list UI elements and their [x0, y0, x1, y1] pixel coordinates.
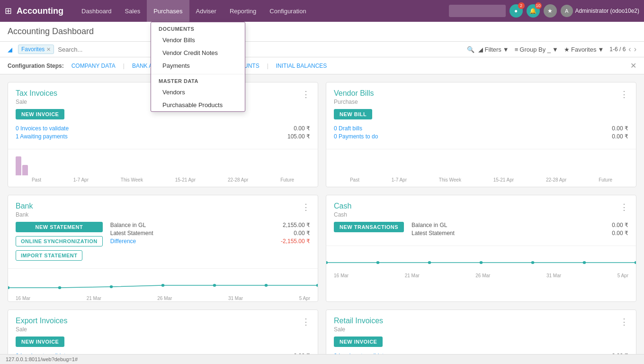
- dropdown-vendor-bills[interactable]: Vendor Bills: [151, 34, 245, 46]
- nav-clock-btn[interactable]: ● 2: [510, 4, 523, 18]
- card-bank-menu[interactable]: ⋮: [302, 202, 310, 212]
- filters-label: Filters: [484, 46, 501, 53]
- card-vendor-bills: Vendor Bills Purchase ⋮ NEW BILL 0 Draft…: [326, 82, 636, 187]
- pager-text: 1-6 / 6: [609, 46, 626, 53]
- pager-next[interactable]: ›: [634, 45, 636, 54]
- svg-point-0: [8, 286, 9, 289]
- nav-purchases[interactable]: Purchases: [147, 0, 189, 22]
- chart-tax-invoices-labels: Past 1-7 Apr This Week 15-21 Apr 22-28 A…: [8, 175, 318, 182]
- favorites-tag-close[interactable]: ✕: [46, 46, 51, 53]
- filters-icon: ◢: [478, 46, 483, 53]
- stat-invoices-to-validate-tax[interactable]: 0 Invoices to validate: [16, 125, 69, 132]
- groupby-chevron: ▼: [552, 46, 558, 53]
- dropdown-section-master: Master Data: [151, 74, 245, 86]
- stat-balance-gl-value: 2,155.00 ₹: [283, 222, 310, 228]
- stat-cash-balance-gl-value: 0.00 ₹: [612, 222, 628, 228]
- favorites-tag[interactable]: Favorites ✕: [18, 45, 54, 54]
- purchases-dropdown: Documents Vendor Bills Vendor Credit Not…: [151, 22, 245, 112]
- svg-point-13: [635, 261, 636, 264]
- steps-label: Configuration Steps:: [8, 63, 64, 69]
- new-bill-btn[interactable]: NEW BILL: [334, 109, 372, 119]
- dropdown-vendor-credit-notes[interactable]: Vendor Credit Notes: [151, 46, 245, 59]
- step-company-data[interactable]: COMPANY DATA: [72, 63, 116, 69]
- chart-bank: 16 Mar 21 Mar 26 Mar 31 Mar 5 Apr: [8, 268, 318, 301]
- chart-cash: 16 Mar 21 Mar 26 Mar 31 Mar 5 Apr: [326, 246, 636, 279]
- online-sync-btn[interactable]: ONLINE SYNCHRONIZATION: [16, 236, 103, 246]
- card-export-invoices-title: Export Invoices: [16, 317, 67, 325]
- stat-awaiting-payments-tax-value: 105.00 ₹: [287, 133, 310, 140]
- bell-badge: 10: [535, 2, 542, 9]
- stat-cash-latest-statement-value: 0.00 ₹: [612, 230, 628, 237]
- dropdown-purchasable-products[interactable]: Purchasable Products: [151, 99, 245, 111]
- svg-point-7: [326, 261, 328, 264]
- filter-controls: ◢ Filters ▼ ≡ Group By _ ▼ ★ Favorites ▼…: [478, 45, 636, 54]
- stat-latest-statement-label: Latest Statement: [110, 230, 153, 237]
- stat-draft-bills-value: 0.00 ₹: [612, 125, 628, 132]
- nav-sales[interactable]: Sales: [118, 0, 147, 22]
- nav-menu: Dashboard Sales Purchases Adviser Report…: [75, 0, 313, 22]
- groupby-label: Group By _: [519, 46, 551, 53]
- avatar: A: [561, 5, 573, 17]
- stat-difference-value: -2,155.00 ₹: [281, 238, 310, 245]
- card-tax-invoices-title: Tax Invoices: [16, 89, 57, 98]
- top-nav: ⊞ Accounting Dashboard Sales Purchases A…: [0, 0, 644, 22]
- nav-adviser[interactable]: Adviser: [189, 0, 223, 22]
- new-statement-btn[interactable]: NEW STATEMENT: [16, 222, 103, 232]
- pager-prev[interactable]: ‹: [628, 45, 631, 54]
- dropdown-payments[interactable]: Payments: [151, 59, 245, 72]
- global-search-input[interactable]: [449, 5, 506, 17]
- status-bar: 127.0.0.1:8011/web?debug=1#: [0, 354, 644, 364]
- new-transactions-btn[interactable]: NEW TRANSACTIONS: [334, 222, 404, 232]
- chart-vendor-bills-labels: Past 1-7 Apr This Week 15-21 Apr 22-28 A…: [326, 175, 636, 182]
- cash-chart-labels: 16 Mar 21 Mar 26 Mar 31 Mar 5 Apr: [326, 271, 636, 278]
- settings-icon: ★: [547, 8, 553, 14]
- card-cash-subtitle: Cash: [334, 211, 351, 218]
- favorites-tag-label: Favorites: [21, 46, 45, 53]
- step-initial-balances[interactable]: INITIAL BALANCES: [276, 63, 327, 69]
- nav-user[interactable]: A Administrator (odoo10e2): [561, 5, 639, 17]
- favorites-btn[interactable]: ★ Favorites ▼: [564, 46, 604, 53]
- card-tax-invoices-menu[interactable]: ⋮: [302, 89, 310, 100]
- nav-dashboard[interactable]: Dashboard: [75, 0, 118, 22]
- stat-cash-balance-gl-label: Balance in GL: [411, 222, 447, 228]
- card-vendor-bills-menu[interactable]: ⋮: [620, 89, 628, 100]
- filter-bar: ◢ Favorites ✕ 🔍 ◢ Filters ▼ ≡ Group By _…: [0, 42, 644, 57]
- search-icon[interactable]: 🔍: [467, 46, 474, 53]
- svg-point-12: [583, 261, 586, 264]
- svg-point-4: [213, 284, 216, 287]
- svg-point-9: [428, 261, 431, 264]
- import-statement-btn[interactable]: IMPORT STATEMENT: [16, 250, 82, 261]
- card-cash: Cash Cash ⋮ NEW TRANSACTIONS Balance in …: [326, 195, 636, 302]
- dropdown-vendors[interactable]: Vendors: [151, 86, 245, 99]
- bar-past: [16, 156, 63, 175]
- svg-point-1: [58, 286, 62, 289]
- stat-payments-to-do[interactable]: 0 Payments to do: [334, 133, 378, 140]
- stat-difference-label[interactable]: Difference: [110, 238, 136, 245]
- stat-awaiting-payments-tax[interactable]: 1 Awaiting payments: [16, 133, 68, 140]
- svg-point-2: [110, 285, 113, 288]
- card-cash-menu[interactable]: ⋮: [620, 202, 628, 212]
- cash-line-chart: [326, 246, 636, 270]
- stat-draft-bills[interactable]: 0 Draft bills: [334, 125, 362, 132]
- filters-btn[interactable]: ◢ Filters ▼: [478, 46, 509, 53]
- card-retail-invoices-menu[interactable]: ⋮: [620, 317, 628, 327]
- card-bank-title: Bank: [16, 202, 33, 210]
- nav-settings-btn[interactable]: ★: [544, 4, 557, 18]
- new-invoice-btn-retail[interactable]: NEW INVOICE: [334, 337, 383, 347]
- new-invoice-btn-export[interactable]: NEW INVOICE: [16, 337, 64, 347]
- nav-bell-btn[interactable]: 🔔 10: [527, 4, 540, 18]
- grid-icon[interactable]: ⊞: [5, 6, 12, 16]
- filters-chevron: ▼: [503, 46, 509, 53]
- username: Administrator (odoo10e2): [575, 8, 639, 14]
- bank-line-chart: [8, 269, 318, 292]
- card-export-invoices-menu[interactable]: ⋮: [302, 317, 310, 327]
- nav-configuration[interactable]: Configuration: [263, 0, 313, 22]
- steps-close-btn[interactable]: ✕: [630, 61, 636, 70]
- page-title: Accounting Dashboard: [8, 27, 94, 36]
- nav-right: ● 2 🔔 10 ★ A Administrator (odoo10e2): [449, 4, 639, 18]
- new-invoice-btn-tax[interactable]: NEW INVOICE: [16, 109, 64, 119]
- filter-search-input[interactable]: [58, 46, 463, 53]
- clock-icon: ●: [514, 8, 518, 14]
- groupby-btn[interactable]: ≡ Group By _ ▼: [515, 46, 558, 53]
- nav-reporting[interactable]: Reporting: [223, 0, 263, 22]
